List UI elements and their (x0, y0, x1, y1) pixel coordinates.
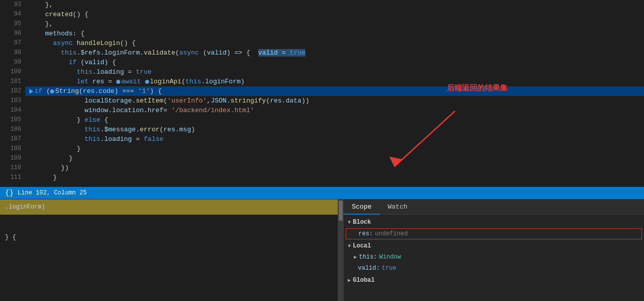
global-label: Global (353, 277, 375, 284)
res-value: undefined (375, 230, 408, 237)
code-line-108: } (25, 144, 644, 154)
chevron-down-icon: ▼ (348, 220, 351, 225)
scope-res-item: res: undefined (346, 228, 642, 239)
scrollbar[interactable] (338, 199, 344, 301)
valid-key: valid: (358, 265, 380, 272)
tab-watch[interactable]: Watch (380, 199, 416, 215)
code-line-107: this.loading = false (25, 134, 644, 144)
chevron-down-icon-local: ▼ (348, 243, 351, 249)
status-bar: {} Line 102, Column 25 (0, 187, 644, 199)
scope-block-section: ▼ Block res: undefined (344, 217, 644, 239)
cursor-position: Line 102, Column 25 (18, 189, 87, 196)
call-stack-line-3: } { (0, 230, 344, 245)
line-numbers: 93 94 95 96 97 98 99 100 101 102 103 104… (0, 0, 25, 187)
call-stack-line-1: .loginForm) (0, 199, 344, 215)
this-key: this: (359, 254, 377, 261)
code-line-99: if (valid) { (25, 58, 644, 67)
call-stack-line-2 (0, 215, 344, 230)
code-line-105: } else { (25, 115, 644, 125)
tab-scope[interactable]: Scope (344, 199, 380, 215)
scroll-thumb (339, 200, 343, 221)
code-line-94: created() { (25, 10, 644, 19)
scope-global-section: ▶ Global (344, 275, 644, 286)
valid-value: true (382, 265, 396, 272)
code-line-95: }, (25, 19, 644, 29)
code-line-98: this.$refs.loginForm.validate(async (val… (25, 48, 644, 58)
scope-content: ▼ Block res: undefined ▼ Local ▶ this: W… (344, 215, 644, 301)
scope-valid-item: valid: true (344, 263, 644, 274)
call-stack-panel: .loginForm) } { (0, 199, 344, 301)
code-line-106: this.$message.error(res.msg) (25, 125, 644, 134)
code-line-102: if (String(res.code) === '1') { (25, 86, 644, 96)
bottom-panel: .loginForm) } { Scope Watch ▼ Block res:… (0, 199, 644, 301)
scope-this-item[interactable]: ▶ this: Window (344, 252, 644, 263)
scope-local-section: ▼ Local ▶ this: Window valid: true (344, 240, 644, 274)
scope-block-header[interactable]: ▼ Block (344, 217, 644, 228)
annotation-text: 后端返回的结果集 (447, 83, 508, 93)
code-line-97: async handleLogin() { (25, 38, 644, 48)
scope-local-header[interactable]: ▼ Local (344, 240, 644, 252)
code-editor: 93 94 95 96 97 98 99 100 101 102 103 104… (0, 0, 644, 187)
code-line-110: }) (25, 163, 644, 173)
chevron-right-icon-global: ▶ (348, 277, 351, 283)
scope-watch-panel: Scope Watch ▼ Block res: undefined ▼ (344, 199, 644, 301)
code-line-109: } (25, 154, 644, 163)
code-line-103: localStorage.setItem('userInfo',JSON.str… (25, 96, 644, 106)
code-line-111: } (25, 173, 644, 182)
this-value: Window (379, 254, 401, 261)
scope-global-header[interactable]: ▶ Global (344, 275, 644, 286)
scope-tabs: Scope Watch (344, 199, 644, 215)
res-key: res: (358, 230, 373, 237)
code-line-96: methods: { (25, 29, 644, 38)
local-label: Local (353, 242, 371, 249)
code-line-100: this.loading = true (25, 67, 644, 77)
code-content: }, created() { }, methods: { async handl… (25, 0, 644, 187)
code-line-104: window.location.href= '/backend/index.ht… (25, 106, 644, 115)
block-label: Block (353, 219, 371, 226)
bracket-icon: {} (5, 189, 14, 197)
chevron-right-icon-this: ▶ (354, 254, 357, 260)
code-line-101: let res = await loginApi(this.loginForm) (25, 77, 644, 86)
code-line-93: }, (25, 0, 644, 10)
